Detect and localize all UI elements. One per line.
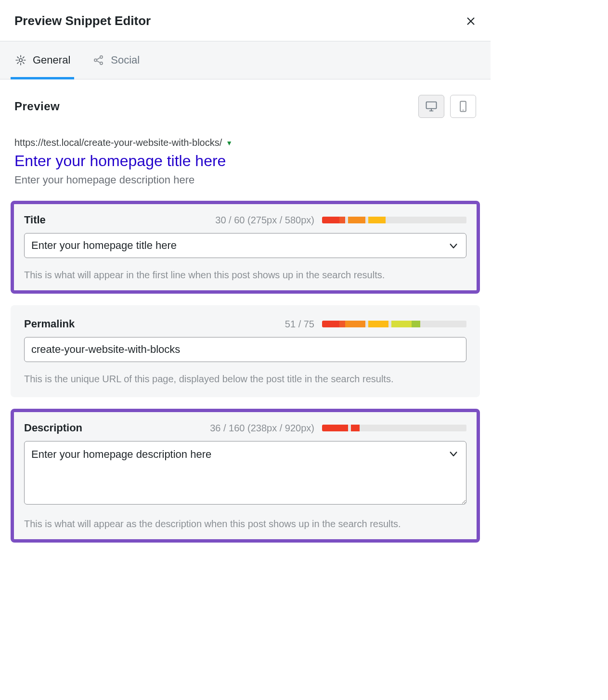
serp-url-text: https://test.local/create-your-website-w… (14, 137, 222, 148)
description-helper: This is what will appear as the descript… (24, 519, 466, 530)
svg-point-6 (463, 110, 464, 111)
title-counter: 30 / 60 (275px / 580px) (215, 215, 314, 226)
tab-label: General (33, 54, 70, 66)
gear-icon (14, 54, 27, 66)
description-card: Description 36 / 160 (238px / 920px) Thi… (11, 409, 480, 543)
title-helper: This is what will appear in the first li… (24, 270, 466, 281)
device-toggle (418, 95, 476, 118)
permalink-helper: This is the unique URL of this page, dis… (24, 374, 466, 385)
svg-point-0 (19, 59, 23, 62)
title-label: Title (24, 214, 46, 226)
description-label: Description (24, 422, 82, 434)
serp-description: Enter your homepage description here (14, 174, 476, 186)
caret-down-icon[interactable]: ▼ (226, 139, 233, 147)
tab-general[interactable]: General (14, 41, 70, 79)
description-textarea[interactable] (24, 441, 466, 505)
svg-rect-4 (427, 102, 437, 109)
serp-preview: https://test.local/create-your-website-w… (0, 128, 491, 201)
permalink-counter: 51 / 75 (285, 319, 314, 330)
preview-header-row: Preview (0, 79, 491, 128)
modal-title: Preview Snippet Editor (14, 13, 151, 28)
serp-url-row: https://test.local/create-your-website-w… (14, 137, 476, 148)
permalink-card: Permalink 51 / 75 This is the unique URL… (11, 305, 480, 397)
permalink-meter (322, 321, 466, 327)
title-variables-toggle[interactable] (447, 240, 460, 252)
close-icon (466, 16, 476, 26)
title-meter (322, 217, 466, 223)
serp-title: Enter your homepage title here (14, 152, 476, 170)
permalink-input[interactable] (24, 337, 466, 362)
modal-header: Preview Snippet Editor (0, 0, 491, 41)
device-mobile-button[interactable] (450, 95, 476, 118)
mobile-icon (456, 100, 470, 113)
tab-social[interactable]: Social (92, 41, 140, 79)
close-button[interactable] (466, 16, 476, 26)
chevron-down-icon (448, 241, 459, 251)
title-card: Title 30 / 60 (275px / 580px) This is wh… (11, 201, 480, 294)
device-desktop-button[interactable] (418, 95, 444, 118)
preview-heading: Preview (14, 100, 60, 113)
description-counter: 36 / 160 (238px / 920px) (210, 423, 314, 434)
permalink-label: Permalink (24, 318, 75, 330)
title-input[interactable] (24, 233, 466, 258)
description-meter (322, 425, 466, 431)
description-variables-toggle[interactable] (447, 448, 460, 460)
tab-label: Social (111, 54, 140, 66)
desktop-icon (425, 100, 438, 113)
tab-bar: General Social (0, 41, 491, 79)
share-icon (92, 54, 105, 66)
chevron-down-icon (448, 449, 459, 459)
